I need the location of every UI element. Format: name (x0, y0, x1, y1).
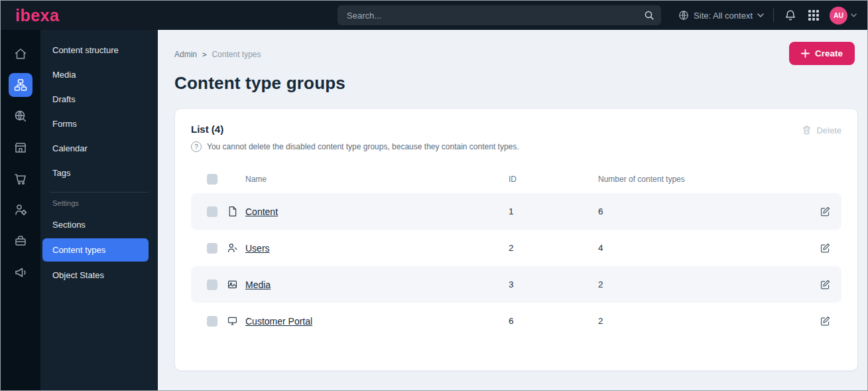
admin-icon (13, 234, 28, 248)
info-row: ? You cannot delete the disabled content… (191, 141, 841, 152)
sidebar-divider (50, 192, 149, 193)
breadcrumb: Admin > Content types (174, 50, 261, 59)
image-icon (227, 279, 245, 290)
edit-icon (820, 315, 831, 327)
list-heading: List (4) (191, 123, 223, 135)
chevron-down-icon (851, 13, 857, 17)
search-input[interactable] (347, 11, 644, 21)
row-checkbox[interactable] (207, 279, 217, 290)
notifications-button[interactable] (783, 8, 798, 23)
app-switcher-button[interactable] (807, 9, 820, 22)
info-text: You cannot delete the disabled content t… (207, 142, 519, 151)
page-title: Content type groups (174, 73, 858, 94)
site-search-icon (13, 109, 28, 123)
sidebar-item-forms[interactable]: Forms (40, 112, 158, 136)
site-context-label: Site: All context (694, 11, 753, 21)
sidebar-item-calendar[interactable]: Calendar (40, 136, 158, 161)
group-link-media[interactable]: Media (245, 279, 271, 290)
cart-icon (13, 171, 28, 186)
breadcrumb-admin[interactable]: Admin (174, 50, 197, 59)
content-structure-icon (13, 78, 28, 92)
create-button[interactable]: Create (789, 42, 855, 65)
group-id: 2 (509, 243, 598, 253)
row-checkbox[interactable] (207, 316, 217, 327)
rail-admin-button[interactable] (9, 229, 32, 253)
column-header-name: Name (245, 175, 509, 184)
group-count: 2 (598, 316, 804, 326)
group-id: 6 (509, 316, 598, 326)
row-checkbox[interactable] (207, 243, 217, 254)
create-button-label: Create (815, 48, 843, 58)
breadcrumb-current: Content types (212, 50, 261, 59)
question-circle-icon: ? (191, 141, 202, 152)
rail-roles-button[interactable] (9, 198, 32, 222)
trash-icon (802, 125, 812, 135)
group-link-users[interactable]: Users (245, 243, 270, 254)
topbar: ibexa Site: All context (1, 1, 867, 30)
sidebar-item-media[interactable]: Media (40, 62, 158, 87)
marketing-icon (13, 265, 28, 279)
table-row: Customer Portal 6 2 (191, 303, 841, 339)
global-search (338, 5, 661, 25)
file-icon (227, 206, 245, 217)
search-icon (644, 10, 654, 21)
table-row: Content 1 6 (191, 193, 841, 230)
topbar-controls: Site: All context AU (661, 7, 867, 25)
sidebar-item-object-states[interactable]: Object States (40, 263, 158, 287)
bell-icon (784, 9, 796, 21)
avatar: AU (830, 7, 847, 25)
column-header-count: Number of content types (598, 175, 804, 184)
sidebar-item-drafts[interactable]: Drafts (40, 87, 158, 112)
edit-button[interactable] (820, 206, 831, 217)
table-header-row: Name ID Number of content types (191, 165, 841, 193)
roles-icon (13, 202, 28, 217)
row-checkbox[interactable] (207, 206, 217, 217)
chevron-down-icon (757, 13, 764, 17)
content-type-groups-card: List (4) Delete ? You cannot delete the … (174, 108, 858, 371)
rail-home-button[interactable] (9, 42, 32, 66)
breadcrumb-separator: > (202, 50, 206, 58)
ibexa-logo: ibexa (1, 6, 158, 25)
home-icon (13, 46, 28, 61)
group-id: 3 (509, 279, 598, 289)
sidebar-item-content-structure[interactable]: Content structure (40, 38, 158, 62)
edit-icon (820, 242, 831, 254)
monitor-icon (227, 315, 245, 327)
site-context-selector[interactable]: Site: All context (678, 10, 764, 21)
sidebar: Content structure Media Drafts Forms Cal… (40, 30, 158, 390)
icon-rail (1, 30, 40, 390)
column-header-id: ID (509, 175, 598, 184)
delete-button-label: Delete (816, 125, 841, 135)
sidebar-item-tags[interactable]: Tags (40, 161, 158, 185)
group-count: 4 (598, 243, 804, 253)
topbar-divider (773, 9, 774, 22)
edit-button[interactable] (820, 242, 831, 254)
rail-cart-button[interactable] (9, 167, 32, 191)
app-grid-icon (808, 10, 819, 21)
user-menu[interactable]: AU (830, 7, 857, 25)
content-type-groups-table: Name ID Number of content types Content … (191, 165, 841, 339)
select-all-checkbox[interactable] (207, 174, 217, 185)
commerce-icon (13, 140, 28, 155)
rail-marketing-button[interactable] (9, 260, 32, 284)
app-window: ibexa Site: All context (0, 0, 868, 391)
delete-button[interactable]: Delete (802, 125, 841, 135)
rail-commerce-button[interactable] (9, 135, 32, 159)
group-count: 2 (598, 279, 804, 289)
sidebar-item-content-types[interactable]: Content types (42, 238, 149, 262)
edit-icon (820, 206, 831, 217)
sidebar-settings-heading: Settings (40, 198, 158, 212)
group-id: 1 (509, 206, 598, 216)
group-link-customer-portal[interactable]: Customer Portal (245, 316, 312, 327)
rail-content-button[interactable] (9, 73, 32, 97)
group-link-content[interactable]: Content (245, 206, 278, 217)
sidebar-item-sections[interactable]: Sections (40, 212, 158, 237)
rail-search-button[interactable] (9, 104, 32, 128)
plus-icon (801, 49, 810, 58)
edit-icon (820, 279, 831, 290)
edit-button[interactable] (820, 279, 831, 290)
edit-button[interactable] (820, 315, 831, 327)
globe-icon (678, 10, 689, 21)
user-icon (227, 242, 245, 254)
table-row: Media 3 2 (191, 266, 841, 303)
